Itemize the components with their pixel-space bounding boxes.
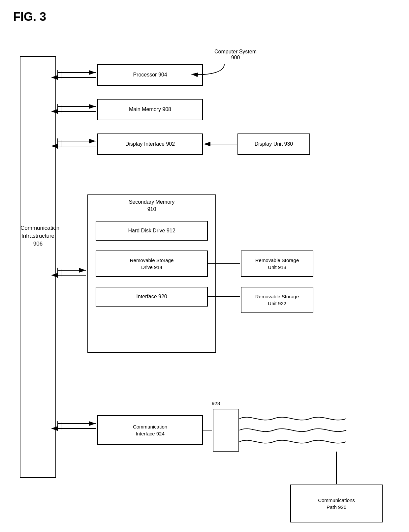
removable-unit-922-box: Removable StorageUnit 922: [241, 287, 313, 313]
removable-drive-box: Removable StorageDrive 914: [96, 251, 208, 277]
comm-infra-label: CommunicationInfrastructure906: [20, 224, 55, 248]
computer-system-label: Computer System900: [214, 49, 257, 61]
modem-label: 928: [212, 400, 220, 406]
display-interface-box: Display Interface 902: [97, 133, 203, 155]
display-unit-box: Display Unit 930: [237, 133, 310, 155]
comm-interface-box: CommunicationInterface 924: [97, 415, 203, 445]
processor-box: Processor 904: [97, 64, 203, 86]
hard-disk-box: Hard Disk Drive 912: [96, 221, 208, 241]
comm-path-box: CommunicationsPath 926: [290, 485, 383, 522]
figure-title: FIG. 3: [13, 10, 46, 24]
removable-unit-918-box: Removable StorageUnit 918: [241, 251, 313, 277]
interface-920-box: Interface 920: [96, 287, 208, 307]
main-memory-box: Main Memory 908: [97, 99, 203, 120]
comm-infra-bar: [20, 56, 56, 478]
modem-box: [213, 409, 239, 452]
